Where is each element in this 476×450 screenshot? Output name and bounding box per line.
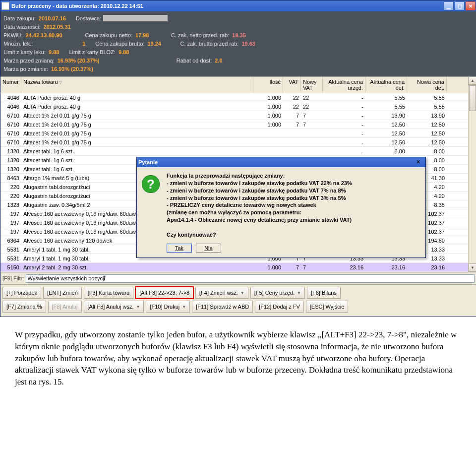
price-net-before: 18.35 <box>232 32 246 38</box>
question-dialog: Pytanie ✕ ? Funkcja ta przeprowadzi nast… <box>136 157 426 258</box>
label: Data zakupu: <box>3 15 36 21</box>
info-panel: Data zakupu: 2010.07.16 Dostawca: Data w… <box>0 11 476 76</box>
fn-button[interactable]: [F6] Bilans <box>307 287 341 299</box>
label: Cena zakupu netto: <box>85 32 132 38</box>
fn-button[interactable]: [Alt F8] Anuluj wsz.▼ <box>84 301 144 313</box>
window-title: Bufor przeceny - data utworzenia: 2010.1… <box>11 3 443 9</box>
scroll-down-icon[interactable]: ▼ <box>469 263 476 272</box>
fn-button[interactable]: [+] Porządek <box>2 287 41 299</box>
maximize-button[interactable]: ▢ <box>455 1 465 10</box>
table-row[interactable]: 4046ALTA Puder prosz. 40 g1.0002222-5.55… <box>0 102 468 111</box>
label: Limit z karty leku: <box>3 49 46 55</box>
validity-date: 2012.05.31 <box>44 24 71 30</box>
rebate: 2.0 <box>215 58 222 64</box>
dialog-titlebar: Pytanie ✕ <box>137 157 425 167</box>
table-row[interactable]: 6710Altacet 1% żel 0,01 g/g 75 g-12.5012… <box>0 129 468 138</box>
margin-after: 16.93% (20.37%) <box>51 66 93 72</box>
minimize-button[interactable]: ▁ <box>444 1 454 10</box>
vertical-scrollbar[interactable]: ▲ ▼ <box>468 76 476 272</box>
chevron-down-icon: ▼ <box>297 291 301 295</box>
scroll-up-icon[interactable]: ▲ <box>469 76 476 85</box>
fn-button[interactable]: [F8] Anuluj <box>48 301 82 313</box>
titlebar: Bufor przeceny - data utworzenia: 2010.1… <box>0 0 476 11</box>
question-icon: ? <box>142 175 160 193</box>
label: Data ważności: <box>3 24 41 30</box>
grid-header: Numer Nazwa towaru▽ Ilość VAT Nowy VAT A… <box>0 76 468 93</box>
label: C. zak. brutto przed rab: <box>180 41 238 47</box>
chevron-down-icon: ▼ <box>136 305 140 309</box>
fn-button[interactable]: [F12] Dodaj z FV <box>255 301 304 313</box>
sort-icon: ▽ <box>59 80 62 85</box>
filter-bar: [F9] Filtr: <box>0 272 476 285</box>
dialog-title: Pytanie <box>138 159 416 165</box>
main-window: Bufor przeceny - data utworzenia: 2010.1… <box>0 0 476 317</box>
chevron-down-icon: ▼ <box>182 305 186 309</box>
price-gross-before: 19.63 <box>241 41 255 47</box>
label: Dostawca: <box>76 15 101 21</box>
dialog-close-button[interactable]: ✕ <box>416 159 424 166</box>
col-new-retail[interactable]: Nowa cena det. <box>407 77 447 93</box>
window-icon <box>1 2 9 10</box>
fn-button[interactable]: [F4] Zmień wsz.▼ <box>195 287 248 299</box>
label: Limit z karty BLOZ: <box>69 49 116 55</box>
label: Marża po zmianie: <box>3 66 48 72</box>
limit-bloz: 9.88 <box>119 49 129 55</box>
yes-button[interactable]: Tak <box>167 244 192 253</box>
fn-button[interactable]: [F3] Karta towaru <box>84 287 133 299</box>
fn-button[interactable]: [Alt F3] 22->23, 7->8 <box>135 287 193 299</box>
col-new-vat[interactable]: Nowy VAT <box>301 77 323 93</box>
fn-button[interactable]: [ENT] Zmień <box>43 287 82 299</box>
close-button[interactable]: ✕ <box>466 1 476 10</box>
pkwiu: 24.42.13-80.90 <box>26 32 75 38</box>
col-number[interactable]: Numer <box>0 77 21 93</box>
col-qty[interactable]: Ilość <box>253 77 283 93</box>
fn-button[interactable]: [ESC] Wyjście <box>306 301 349 313</box>
label: Rabat od dost: <box>177 58 212 64</box>
fn-button[interactable]: [F11] Sprawdź w ABD <box>192 301 253 313</box>
label: Cena zakupu brutto: <box>95 41 144 47</box>
label: PKWiU: <box>3 32 23 38</box>
label: C. zak. netto przed. rab: <box>171 32 229 38</box>
table-row[interactable]: 4046ALTA Puder prosz. 40 g1.0002222-5.55… <box>0 93 468 102</box>
multiplier: 1 <box>36 41 85 47</box>
button-bar: [+] Porządek[ENT] Zmień[F3] Karta towaru… <box>0 285 476 317</box>
supplier-field <box>103 15 168 21</box>
caption-text: W przypadku, gdy utworzony zostanie tylk… <box>0 317 476 400</box>
table-row[interactable]: 6710Altacet 1% żel 0,01 g/g 75 g1.00077-… <box>0 120 468 129</box>
col-name[interactable]: Nazwa towaru▽ <box>21 77 253 93</box>
filter-input[interactable] <box>26 274 475 283</box>
fn-button[interactable]: [F5] Ceny urzęd.▼ <box>250 287 305 299</box>
price-net: 17.98 <box>135 32 161 38</box>
fn-button[interactable]: [F7] Zmiana % <box>2 301 46 313</box>
table-row[interactable]: 1320Altacet tabl. 1g 6 szt.-8.008.00 <box>0 147 468 156</box>
scrollbar-thumb[interactable] <box>469 85 476 111</box>
limit-card: 9.88 <box>49 49 59 55</box>
purchase-date: 2010.07.16 <box>39 15 66 21</box>
label: Marża przed zmianą: <box>3 58 55 64</box>
table-row[interactable]: 5150Amaryl 2 tabl. 2 mg 30 szt.1.0007723… <box>0 263 468 272</box>
label: Mnożn. lek.: <box>3 41 33 47</box>
no-button[interactable]: Nie <box>196 244 221 253</box>
table-row[interactable]: 6710Altacet 1% żel 0,01 g/g 75 g1.00077-… <box>0 111 468 120</box>
price-gross: 19.24 <box>147 41 170 47</box>
col-official-price[interactable]: Aktualna cena urzęd. <box>323 77 365 93</box>
dialog-message: Funkcja ta przeprowadzi następujące zmia… <box>167 172 352 239</box>
fn-button[interactable]: [F10] Drukuj▼ <box>146 301 190 313</box>
filter-label: [F9] Filtr: <box>2 275 24 281</box>
table-row[interactable]: 6710Altacet 1% żel 0,01 g/g 75 g-12.5012… <box>0 138 468 147</box>
col-retail-price[interactable]: Aktualna cena det. <box>365 77 407 93</box>
margin-before: 16.93% (20.37%) <box>58 58 167 64</box>
chevron-down-icon: ▼ <box>240 291 244 295</box>
col-vat[interactable]: VAT <box>283 77 301 93</box>
